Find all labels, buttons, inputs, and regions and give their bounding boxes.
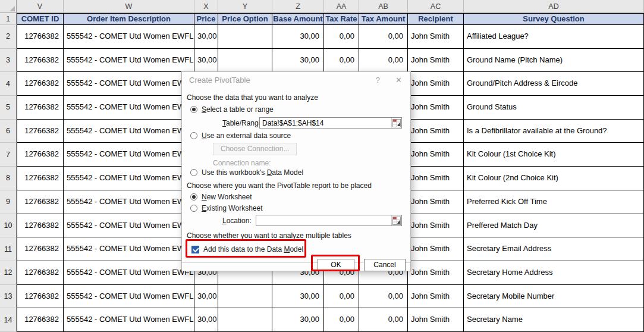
data-cell[interactable]: 0,00 — [324, 285, 359, 309]
data-cell[interactable]: Secretary Email Address — [464, 237, 644, 261]
data-cell[interactable]: 30,00 — [194, 49, 218, 73]
data-cell[interactable]: John Smith — [408, 261, 464, 285]
data-cell[interactable]: 555542 - COMET Utd Women EWFL — [64, 214, 194, 238]
data-cell[interactable]: John Smith — [408, 72, 464, 96]
row-header-11[interactable]: 11 — [0, 237, 17, 261]
data-cell[interactable]: Secretary Name — [464, 308, 644, 332]
radio-select-table-or-range[interactable]: Select a table or range — [190, 105, 274, 114]
data-cell[interactable]: 555542 - COMET Utd Women EWFL — [64, 285, 194, 309]
data-cell[interactable]: 12766382 — [17, 96, 64, 120]
close-icon[interactable]: ✕ — [395, 76, 402, 84]
radio-existing-worksheet[interactable]: Existing Worksheet — [190, 204, 263, 212]
data-cell[interactable]: 12766382 — [17, 190, 64, 214]
help-icon[interactable]: ? — [376, 76, 380, 84]
data-cell[interactable]: 0,00 — [324, 25, 359, 49]
data-cell[interactable]: 30,00 — [272, 25, 324, 49]
data-cell[interactable]: 12766382 — [17, 143, 64, 167]
column-header-Y[interactable]: Y — [218, 0, 272, 13]
dialog-titlebar[interactable]: Create PivotTable ? ✕ — [182, 72, 410, 87]
data-cell[interactable]: 555542 - COMET Utd Women EWFL — [64, 120, 194, 143]
ok-button[interactable]: OK — [318, 259, 354, 271]
table-range-input[interactable]: Data!$A$1:$AH$14 — [259, 117, 402, 129]
data-cell[interactable]: John Smith — [408, 308, 464, 332]
row-header-13[interactable]: 13 — [0, 285, 17, 309]
data-cell[interactable]: 12766382 — [17, 237, 64, 261]
radio-workbook-data-model[interactable]: Use this workbook's Data Model — [190, 168, 303, 177]
row-header-14[interactable]: 14 — [0, 308, 17, 332]
row-header-2[interactable]: 2 — [0, 25, 17, 49]
data-cell[interactable]: John Smith — [408, 49, 464, 73]
data-cell[interactable]: 12766382 — [17, 214, 64, 238]
data-cell[interactable] — [218, 25, 272, 49]
range-selector-icon[interactable] — [391, 215, 401, 225]
data-cell[interactable]: 555542 - COMET Utd Women EWFL — [64, 190, 194, 214]
data-cell[interactable]: Kit Colour (1st Choice Kit) — [464, 143, 644, 167]
column-header-W[interactable]: W — [64, 0, 194, 13]
data-cell[interactable]: 0,00 — [324, 308, 359, 332]
data-cell[interactable]: John Smith — [408, 214, 464, 238]
data-cell[interactable]: 555542 - COMET Utd Women EWFL — [64, 308, 194, 332]
data-cell[interactable]: 555542 - COMET Utd Women EWFL — [64, 72, 194, 96]
column-header-X[interactable]: X — [194, 0, 218, 13]
data-cell[interactable]: John Smith — [408, 190, 464, 214]
data-cell[interactable]: 30,00 — [272, 308, 324, 332]
data-cell[interactable]: 12766382 — [17, 308, 64, 332]
data-cell[interactable]: 30,00 — [194, 25, 218, 49]
data-cell[interactable]: John Smith — [408, 167, 464, 190]
column-header-AA[interactable]: AA — [324, 0, 359, 13]
data-cell[interactable]: 30,00 — [194, 308, 218, 332]
row-header-10[interactable]: 10 — [0, 214, 17, 238]
data-cell[interactable]: Is a Defibrillator available at the Grou… — [464, 120, 644, 143]
column-header-AD[interactable]: AD — [464, 0, 644, 13]
data-cell[interactable] — [218, 308, 272, 332]
data-cell[interactable]: 555542 - COMET Utd Women EWFL — [64, 143, 194, 167]
data-cell[interactable]: 0,00 — [359, 308, 408, 332]
data-cell[interactable]: John Smith — [408, 25, 464, 49]
data-cell[interactable]: 0,00 — [359, 25, 408, 49]
data-cell[interactable]: 30,00 — [194, 285, 218, 309]
row-header-5[interactable]: 5 — [0, 96, 17, 120]
data-cell[interactable]: 555542 - COMET Utd Women EWFL — [64, 25, 194, 49]
column-header-V[interactable]: V — [17, 0, 64, 13]
data-cell[interactable]: 12766382 — [17, 49, 64, 73]
data-cell[interactable]: Ground Status — [464, 96, 644, 120]
data-cell[interactable]: 12766382 — [17, 167, 64, 190]
row-header-3[interactable]: 3 — [0, 49, 17, 73]
data-cell[interactable]: 0,00 — [359, 285, 408, 309]
column-header-AC[interactable]: AC — [408, 0, 464, 13]
row-header-7[interactable]: 7 — [0, 143, 17, 167]
data-cell[interactable]: 555542 - COMET Utd Women EWFL — [64, 261, 194, 285]
radio-external-data-source[interactable]: Use an external data source — [190, 131, 291, 140]
data-cell[interactable]: 12766382 — [17, 261, 64, 285]
data-cell[interactable]: Secretary Mobile Number — [464, 285, 644, 309]
data-cell[interactable] — [218, 49, 272, 73]
data-cell[interactable]: Preffered Match Day — [464, 214, 644, 238]
data-cell[interactable]: John Smith — [408, 96, 464, 120]
data-cell[interactable]: Ground Name (Pitch Name) — [464, 49, 644, 73]
add-to-data-model-checkbox-row[interactable]: Add this data to the Data Model — [191, 245, 303, 253]
row-header-9[interactable]: 9 — [0, 190, 17, 214]
data-cell[interactable]: 555542 - COMET Utd Women EWFL — [64, 237, 194, 261]
data-cell[interactable] — [218, 285, 272, 309]
row-header-8[interactable]: 8 — [0, 167, 17, 190]
select-all-button[interactable] — [0, 0, 17, 13]
data-cell[interactable]: Affiliated League? — [464, 25, 644, 49]
row-header-4[interactable]: 4 — [0, 72, 17, 96]
data-cell[interactable]: 555542 - COMET Utd Women EWFL — [64, 167, 194, 190]
data-cell[interactable]: 12766382 — [17, 25, 64, 49]
row-header-1[interactable]: 1 — [0, 13, 17, 25]
data-cell[interactable]: 30,00 — [272, 285, 324, 309]
choose-connection-button[interactable]: Choose Connection... — [213, 143, 297, 155]
column-header-AB[interactable]: AB — [359, 0, 408, 13]
data-cell[interactable]: 555542 - COMET Utd Women EWFL — [64, 96, 194, 120]
checkbox-checked-icon[interactable] — [191, 246, 199, 253]
data-cell[interactable]: John Smith — [408, 120, 464, 143]
data-cell[interactable]: 12766382 — [17, 72, 64, 96]
data-cell[interactable]: Ground/Pitch Address & Eircode — [464, 72, 644, 96]
row-header-12[interactable]: 12 — [0, 261, 17, 285]
column-header-Z[interactable]: Z — [272, 0, 324, 13]
location-input[interactable] — [256, 215, 402, 226]
data-cell[interactable]: 0,00 — [359, 49, 408, 73]
data-cell[interactable]: 12766382 — [17, 285, 64, 309]
data-cell[interactable]: 30,00 — [272, 49, 324, 73]
